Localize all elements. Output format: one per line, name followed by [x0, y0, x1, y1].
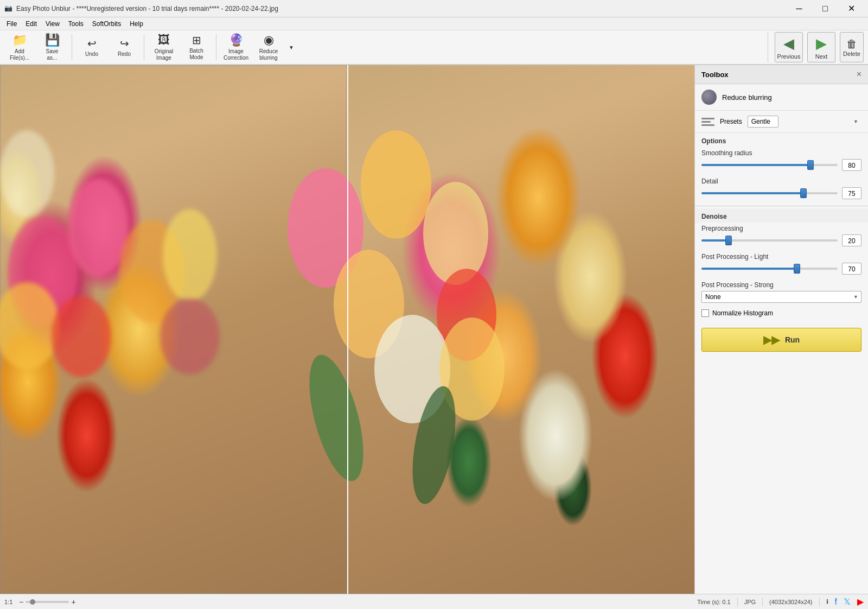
- post-strong-select-wrap: None Light Medium Strong: [701, 291, 861, 303]
- post-light-label: Post Processing - Light: [701, 253, 861, 261]
- smoothing-radius-track[interactable]: [701, 164, 838, 166]
- post-light-thumb[interactable]: [794, 264, 800, 274]
- normalize-checkbox[interactable]: [701, 309, 709, 317]
- preprocessing-fill: [701, 239, 729, 242]
- smoothing-radius-thumb[interactable]: [807, 160, 814, 170]
- presets-icon: [701, 115, 714, 128]
- zoom-slider-track[interactable]: [25, 601, 69, 603]
- batch-mode-label: BatchMode: [189, 48, 203, 61]
- smoothing-radius-row: 80: [701, 159, 861, 171]
- reduce-blurring-label: Reduceblurring: [259, 48, 278, 61]
- menu-file[interactable]: File: [2, 19, 21, 29]
- redo-button[interactable]: ↪ Redo: [109, 32, 139, 62]
- batch-mode-button[interactable]: ⊞ BatchMode: [181, 32, 212, 62]
- normalize-row: Normalize Histogram: [695, 307, 868, 321]
- run-button[interactable]: ▶▶ Run: [701, 328, 861, 352]
- youtube-icon[interactable]: ▶: [857, 597, 864, 607]
- image-correction-label: ImageCorrection: [224, 48, 248, 61]
- original-image-label: OriginalImage: [155, 48, 173, 61]
- reduce-blurring-toolbar-button[interactable]: ◉ Reduceblurring: [253, 32, 284, 62]
- smoothing-radius-section: Smoothing radius 80: [695, 147, 868, 175]
- window-controls: ─ □ ✕: [787, 0, 864, 17]
- status-bar: 1:1 − + Time (s): 0.1 JPG (4032x3024x24)…: [0, 594, 868, 609]
- separator-2: [144, 34, 144, 60]
- detail-label: Detail: [701, 177, 861, 185]
- next-icon: ▶: [816, 35, 827, 52]
- maximize-button[interactable]: □: [813, 0, 838, 17]
- detail-fill: [701, 192, 803, 194]
- original-image-button[interactable]: 🖼 OriginalImage: [149, 32, 179, 62]
- add-files-label: AddFile(s)...: [10, 48, 29, 61]
- post-light-value: 70: [842, 263, 861, 275]
- post-light-track[interactable]: [701, 268, 838, 270]
- save-icon: 💾: [45, 33, 60, 47]
- image-correction-button[interactable]: 🔮 ImageCorrection: [221, 32, 251, 62]
- toolbox-close-button[interactable]: ×: [857, 69, 861, 79]
- delete-icon: 🗑: [846, 38, 857, 50]
- info-icon[interactable]: ℹ: [826, 598, 828, 605]
- zoom-in-icon[interactable]: +: [71, 598, 75, 606]
- preprocessing-track[interactable]: [701, 239, 838, 242]
- batch-mode-icon: ⊞: [192, 34, 201, 47]
- image-area: [0, 65, 694, 594]
- add-files-button[interactable]: 📁 AddFile(s)...: [4, 32, 35, 62]
- image-correction-icon: 🔮: [229, 33, 244, 47]
- zoom-slider-section: − +: [19, 598, 75, 606]
- previous-label: Previous: [777, 53, 801, 60]
- menu-view[interactable]: View: [41, 19, 64, 29]
- more-icon: ▼: [289, 45, 294, 50]
- reduce-blurring-icon: ◉: [264, 33, 274, 47]
- original-image-icon: 🖼: [158, 33, 170, 47]
- post-strong-select[interactable]: None Light Medium Strong: [701, 291, 861, 303]
- menu-tools[interactable]: Tools: [64, 19, 88, 29]
- toolbox-title: Toolbox: [701, 71, 729, 79]
- save-as-button[interactable]: 💾 Saveas...: [37, 32, 67, 62]
- normalize-label: Normalize Histogram: [712, 309, 773, 317]
- time-label: Time (s): 0.1: [697, 599, 730, 605]
- twitter-icon[interactable]: 𝕏: [844, 597, 851, 607]
- next-button[interactable]: ▶ Next: [807, 32, 835, 62]
- menu-help[interactable]: Help: [125, 19, 148, 29]
- more-button[interactable]: ▼: [286, 32, 297, 62]
- next-label: Next: [815, 53, 828, 60]
- delete-button[interactable]: 🗑 Delete: [840, 32, 864, 62]
- smoothing-radius-fill: [701, 164, 810, 166]
- preprocessing-row: 20: [701, 234, 861, 246]
- toolbox-header: Toolbox ×: [695, 65, 868, 84]
- separator-1: [72, 34, 72, 60]
- redo-icon: ↪: [120, 37, 129, 50]
- detail-section: Detail 75: [695, 175, 868, 204]
- previous-button[interactable]: ◀ Previous: [775, 32, 803, 62]
- dimensions-label: (4032x3024x24): [769, 599, 813, 605]
- zoom-out-icon[interactable]: −: [19, 598, 23, 606]
- detail-thumb[interactable]: [800, 188, 807, 198]
- status-divider-3: [819, 598, 820, 606]
- minimize-button[interactable]: ─: [787, 0, 812, 17]
- preprocessing-thumb[interactable]: [725, 236, 732, 245]
- reduce-blurring-circle-icon: [701, 90, 717, 105]
- main-content: Toolbox × Reduce blurring Presets Gentle…: [0, 65, 868, 594]
- run-button-area: ▶▶ Run: [695, 321, 868, 358]
- menu-edit[interactable]: Edit: [21, 19, 41, 29]
- zoom-slider-thumb[interactable]: [30, 599, 35, 605]
- run-label: Run: [785, 335, 800, 344]
- smoothing-radius-label: Smoothing radius: [701, 149, 861, 157]
- presets-select[interactable]: Gentle Medium Strong Custom: [748, 116, 778, 128]
- detail-value: 75: [842, 187, 861, 199]
- title-bar: 📷 Easy Photo Unblur - ****Unregistered v…: [0, 0, 868, 17]
- image-left-blurry: [0, 65, 347, 594]
- preprocessing-section: Preprocessing 20: [695, 223, 868, 251]
- close-button[interactable]: ✕: [839, 0, 864, 17]
- detail-track[interactable]: [701, 192, 838, 194]
- undo-label: Undo: [85, 51, 98, 58]
- presets-row: Presets Gentle Medium Strong Custom: [695, 111, 868, 133]
- undo-button[interactable]: ↩ Undo: [76, 32, 107, 62]
- tulip-scene-right: [347, 65, 694, 594]
- menu-softorbits[interactable]: SoftOrbits: [88, 19, 125, 29]
- share-icon[interactable]: f: [835, 597, 837, 607]
- status-divider-2: [762, 598, 763, 606]
- zoom-level: 1:1: [4, 599, 12, 605]
- zoom-section: 1:1: [4, 599, 12, 605]
- format-label: JPG: [744, 599, 756, 605]
- toolbox-panel: Toolbox × Reduce blurring Presets Gentle…: [694, 65, 868, 594]
